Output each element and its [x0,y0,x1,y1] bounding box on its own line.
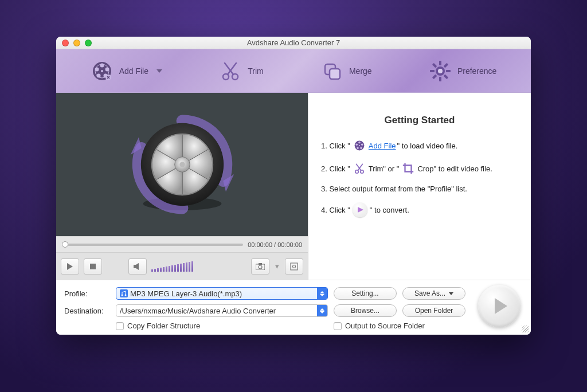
step-2: 2. Click " Trim" or " Crop" to edit vide… [321,162,518,175]
snapshot-button[interactable] [251,258,269,275]
film-reel-icon [353,139,366,152]
profile-select[interactable]: MP3 MPEG Layer-3 Audio(*.mp3) [116,287,328,300]
mute-button[interactable] [128,258,147,275]
scissors-icon [353,162,366,175]
minimize-window-button[interactable] [73,40,80,46]
chevron-down-icon: ▾ [275,262,279,271]
play-circle-icon [353,202,367,217]
svg-marker-32 [67,263,73,270]
svg-rect-50 [120,289,128,297]
add-file-link[interactable]: Add File [369,142,396,150]
timecode: 00:00:00 / 00:00:00 [248,241,302,248]
svg-rect-19 [444,62,448,67]
svg-rect-17 [430,70,435,72]
stop-button[interactable] [84,258,102,275]
playback-controls: ▾ [56,252,308,280]
audio-format-icon [120,289,128,297]
svg-point-42 [361,143,363,146]
step-4: 4. Click " " to convert. [321,202,518,217]
svg-point-52 [125,295,127,296]
svg-rect-21 [432,62,437,67]
svg-point-37 [259,265,262,269]
toolbar: Add File Trim Merg [56,49,531,93]
svg-point-3 [105,67,109,71]
main-body: 00:00:00 / 00:00:00 [56,93,531,280]
checkbox-icon [334,322,342,330]
svg-point-43 [360,147,362,149]
film-reel-icon [91,60,114,83]
preference-button[interactable]: Preference [429,60,496,83]
svg-point-51 [122,295,123,296]
svg-marker-34 [134,263,139,270]
svg-rect-33 [90,264,96,269]
destination-label: Destination: [64,307,110,315]
trim-button[interactable]: Trim [219,60,263,83]
svg-rect-22 [444,74,448,79]
destination-value: /Users/nxmac/Music/Avdshare Audio Conver… [120,307,276,315]
svg-point-45 [355,143,358,146]
seek-slider[interactable] [62,244,243,246]
svg-point-31 [179,162,185,167]
scissors-icon [219,60,242,83]
reel-artwork-icon [128,110,237,219]
getting-started-pane: Getting Started 1. Click " Add File " to… [308,93,531,280]
convert-button[interactable] [478,285,521,327]
add-file-button[interactable]: Add File [91,60,162,83]
resize-grip[interactable] [522,326,529,332]
copy-folder-checkbox[interactable]: Copy Folder Structure [116,322,200,330]
output-source-checkbox[interactable]: Output to Source Folder [334,322,465,330]
preview-pane: 00:00:00 / 00:00:00 [56,93,308,280]
zoom-window-button[interactable] [85,40,92,46]
svg-rect-18 [446,70,451,72]
svg-point-41 [358,142,361,144]
svg-marker-49 [358,207,363,213]
svg-point-2 [100,63,104,67]
window-controls [56,40,92,46]
titlebar: Avdshare Audio Converter 7 [56,37,531,49]
open-folder-button[interactable]: Open Folder [402,304,465,317]
svg-rect-38 [291,263,298,270]
add-file-label: Add File [119,66,148,76]
svg-point-39 [293,265,296,268]
seek-thumb[interactable] [62,241,68,248]
stepper-icon [317,305,327,316]
preference-label: Preference [457,66,496,76]
step-1: 1. Click " Add File " to load video file… [321,139,518,152]
volume-slider[interactable] [151,261,193,272]
getting-started-title: Getting Started [321,115,518,126]
svg-rect-20 [432,74,437,79]
app-window: Avdshare Audio Converter 7 Add File [56,37,531,335]
crop-icon [401,162,415,175]
svg-rect-36 [259,263,262,265]
profile-value: MP3 MPEG Layer-3 Audio(*.mp3) [130,289,242,298]
svg-rect-16 [439,77,441,81]
svg-point-46 [359,145,360,146]
close-window-button[interactable] [62,40,69,46]
step-3: 3. Select output format from the "Profil… [321,185,518,193]
svg-point-6 [95,67,99,71]
svg-point-11 [230,69,232,71]
svg-point-7 [101,70,103,72]
save-as-button[interactable]: Save As... [402,287,465,300]
bottom-panel: Profile: MP3 MPEG Layer-3 Audio(*.mp3) S… [56,280,531,335]
window-title: Avdshare Audio Converter 7 [56,38,531,47]
trim-label: Trim [248,66,263,76]
stepper-icon [317,288,327,299]
chevron-down-icon [449,292,453,295]
merge-icon [320,60,343,83]
svg-point-5 [96,73,100,77]
gear-icon [429,60,452,83]
svg-point-23 [438,69,443,73]
merge-button[interactable]: Merge [320,60,372,83]
destination-field[interactable]: /Users/nxmac/Music/Avdshare Audio Conver… [116,304,328,317]
fullscreen-button[interactable] [285,258,303,275]
svg-rect-15 [439,61,441,65]
chevron-down-icon [156,69,162,73]
setting-button[interactable]: Setting... [334,287,397,300]
video-preview [56,93,308,236]
timeline: 00:00:00 / 00:00:00 [56,236,308,252]
merge-label: Merge [349,66,372,76]
play-button[interactable] [61,258,79,275]
browse-button[interactable]: Browse... [334,304,397,317]
checkbox-icon [116,322,124,330]
